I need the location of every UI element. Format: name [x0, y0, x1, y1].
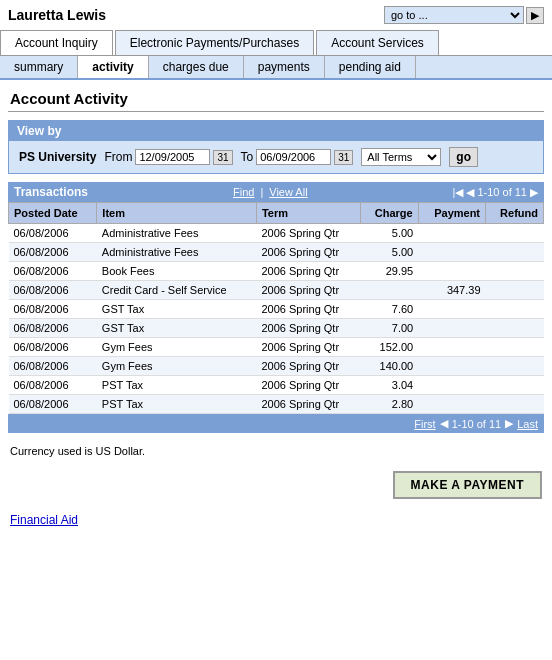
table-title: Transactions [14, 185, 88, 199]
cell-term: 2006 Spring Qtr [256, 319, 360, 338]
cell-term: 2006 Spring Qtr [256, 300, 360, 319]
from-date-input[interactable] [135, 149, 210, 165]
col-item: Item [97, 203, 257, 224]
goto-button[interactable]: ▶ [526, 7, 544, 24]
prev-page-top[interactable]: ◀ [466, 186, 474, 199]
terms-select[interactable]: All Terms 2006 Spring Qtr 2005 Fall Qtr [361, 148, 441, 166]
table-row: 06/08/2006 PST Tax 2006 Spring Qtr 3.04 [9, 376, 544, 395]
cell-date: 06/08/2006 [9, 395, 97, 414]
cell-payment [418, 357, 485, 376]
financial-aid-section: Financial Aid [0, 509, 552, 537]
view-by-title: View by [9, 121, 543, 141]
subtab-summary[interactable]: summary [0, 56, 78, 78]
cell-refund [486, 262, 544, 281]
first-page-top[interactable]: |◀ [453, 186, 464, 199]
payment-button-row: MAKE A PAYMENT [0, 465, 552, 509]
table-row: 06/08/2006 GST Tax 2006 Spring Qtr 7.00 [9, 319, 544, 338]
cell-term: 2006 Spring Qtr [256, 338, 360, 357]
pagination-top: |◀ ◀ 1-10 of 11 ▶ [453, 186, 538, 199]
from-calendar-button[interactable]: 31 [213, 150, 232, 165]
cell-refund [486, 395, 544, 414]
cell-date: 06/08/2006 [9, 319, 97, 338]
main-tabs: Account Inquiry Electronic Payments/Purc… [0, 30, 552, 56]
col-payment: Payment [418, 203, 485, 224]
next-page-top[interactable]: ▶ [530, 186, 538, 199]
first-page-bottom[interactable]: First [414, 418, 435, 430]
cell-refund [486, 319, 544, 338]
cell-payment [418, 338, 485, 357]
pagination-label-top: 1-10 of 11 [477, 186, 527, 198]
table-row: 06/08/2006 Gym Fees 2006 Spring Qtr 140.… [9, 357, 544, 376]
pagination-label-bottom: 1-10 of 11 [452, 418, 502, 430]
table-row: 06/08/2006 Gym Fees 2006 Spring Qtr 152.… [9, 338, 544, 357]
subtab-payments[interactable]: payments [244, 56, 325, 78]
from-label: From [104, 150, 132, 164]
cell-term: 2006 Spring Qtr [256, 243, 360, 262]
table-row: 06/08/2006 Credit Card - Self Service 20… [9, 281, 544, 300]
tab-account-services[interactable]: Account Services [316, 30, 439, 55]
to-calendar-button[interactable]: 31 [334, 150, 353, 165]
next-arrow-bottom[interactable]: ▶ [505, 417, 513, 430]
cell-item: GST Tax [97, 319, 257, 338]
cell-charge: 5.00 [360, 243, 418, 262]
go-button[interactable]: go [449, 147, 478, 167]
table-nav: Find | View All [233, 186, 308, 198]
cell-date: 06/08/2006 [9, 357, 97, 376]
last-page-bottom[interactable]: Last [517, 418, 538, 430]
cell-item: Administrative Fees [97, 224, 257, 243]
cell-item: Book Fees [97, 262, 257, 281]
subtab-activity[interactable]: activity [78, 56, 148, 78]
to-group: To 31 [241, 149, 354, 165]
make-payment-button[interactable]: MAKE A PAYMENT [393, 471, 542, 499]
currency-note: Currency used is US Dollar. [0, 437, 552, 465]
to-date-input[interactable] [256, 149, 331, 165]
cell-refund [486, 300, 544, 319]
cell-refund [486, 376, 544, 395]
page-title: Account Activity [0, 80, 552, 111]
cell-date: 06/08/2006 [9, 376, 97, 395]
cell-date: 06/08/2006 [9, 262, 97, 281]
to-label: To [241, 150, 254, 164]
cell-item: Gym Fees [97, 357, 257, 376]
cell-payment [418, 376, 485, 395]
cell-charge: 7.60 [360, 300, 418, 319]
cell-refund [486, 281, 544, 300]
subtab-pending-aid[interactable]: pending aid [325, 56, 416, 78]
cell-item: PST Tax [97, 376, 257, 395]
cell-item: Credit Card - Self Service [97, 281, 257, 300]
cell-term: 2006 Spring Qtr [256, 224, 360, 243]
tab-electronic-payments[interactable]: Electronic Payments/Purchases [115, 30, 314, 55]
cell-refund [486, 357, 544, 376]
tab-account-inquiry[interactable]: Account Inquiry [0, 30, 113, 55]
cell-charge: 3.04 [360, 376, 418, 395]
cell-refund [486, 338, 544, 357]
transactions-table: Posted Date Item Term Charge Payment Ref… [8, 202, 544, 414]
cell-payment [418, 224, 485, 243]
sub-tabs: summary activity charges due payments pe… [0, 56, 552, 80]
cell-payment [418, 300, 485, 319]
col-term: Term [256, 203, 360, 224]
cell-term: 2006 Spring Qtr [256, 395, 360, 414]
col-charge: Charge [360, 203, 418, 224]
goto-select[interactable]: go to ... [384, 6, 524, 24]
from-group: From 31 [104, 149, 232, 165]
financial-aid-link[interactable]: Financial Aid [10, 513, 78, 527]
cell-charge: 2.80 [360, 395, 418, 414]
prev-arrow-bottom[interactable]: ◀ [440, 417, 448, 430]
find-link[interactable]: Find [233, 186, 254, 198]
cell-charge: 152.00 [360, 338, 418, 357]
institution-label: PS University [19, 150, 96, 164]
cell-date: 06/08/2006 [9, 243, 97, 262]
view-by-section: View by PS University From 31 To 31 All … [8, 120, 544, 174]
cell-refund [486, 243, 544, 262]
header: Lauretta Lewis go to ... ▶ [0, 0, 552, 30]
cell-term: 2006 Spring Qtr [256, 262, 360, 281]
col-refund: Refund [486, 203, 544, 224]
subtab-charges-due[interactable]: charges due [149, 56, 244, 78]
cell-charge: 7.00 [360, 319, 418, 338]
table-header-bar: Transactions Find | View All |◀ ◀ 1-10 o… [8, 182, 544, 202]
table-footer-bar: First ◀ 1-10 of 11 ▶ Last [8, 414, 544, 433]
cell-payment [418, 243, 485, 262]
cell-payment [418, 319, 485, 338]
view-all-link[interactable]: View All [269, 186, 307, 198]
